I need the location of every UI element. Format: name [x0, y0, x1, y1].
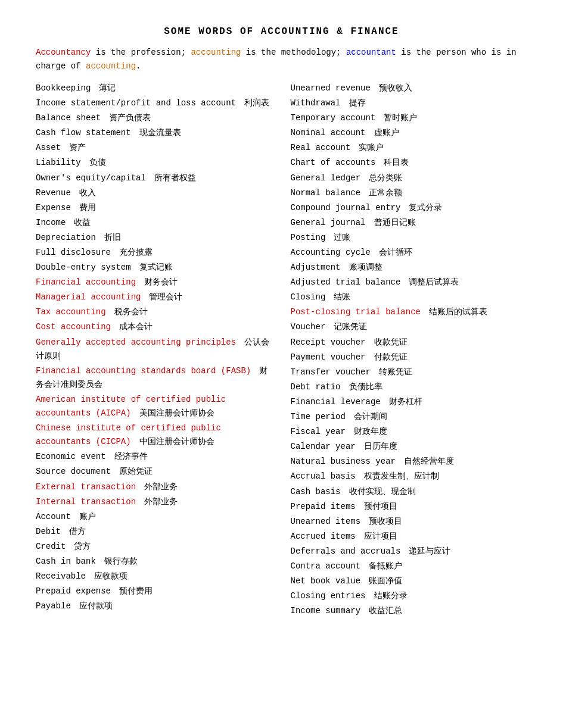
glossary-chi: 薄记 [91, 83, 116, 93]
glossary-item: Post-closing trial balance 结账后的试算表 [291, 305, 528, 320]
glossary-item: Owner's equity/capital 所有者权益 [36, 171, 273, 186]
glossary-item: Income 收益 [36, 215, 273, 230]
glossary-chi: 美国注册会计师协会 [131, 408, 214, 418]
glossary-eng: Unearned items [291, 517, 361, 526]
glossary-chi: 调整后试算表 [400, 277, 459, 287]
glossary-eng: Temporary account [291, 113, 376, 123]
glossary-eng: Balance sheet [36, 113, 101, 123]
glossary-item: Real account 实账户 [291, 140, 528, 155]
glossary-chi: 暂时账户 [375, 113, 417, 123]
glossary-eng: Withdrawal [291, 98, 341, 108]
glossary-chi: 负债 [81, 158, 106, 167]
glossary-chi: 财政年度 [346, 427, 387, 436]
glossary-eng: Deferrals and accruals [291, 546, 401, 556]
glossary-item: Adjusted trial balance 调整后试算表 [291, 275, 528, 290]
page-title: SOME WORDS OF ACCOUNTING & FINANCE [36, 24, 527, 40]
glossary-eng: General journal [291, 218, 366, 227]
glossary-chi: 外部业务 [136, 497, 178, 507]
glossary-chi: 现金流量表 [131, 128, 181, 138]
glossary-item: Financial accounting standards board (FA… [36, 364, 273, 392]
glossary-eng: Posting [291, 233, 326, 242]
glossary-eng: Receivable [36, 571, 86, 581]
glossary-chi: 总分类账 [360, 173, 402, 183]
glossary-chi: 中国注册会计师协会 [131, 437, 214, 446]
glossary-chi: 财务会计 [136, 277, 178, 287]
intro-text2: is the methodology; [241, 48, 346, 57]
glossary-item: Natural business year 自然经营年度 [291, 454, 528, 469]
glossary-eng: Cash flow statement [36, 128, 131, 138]
glossary-item: Revenue 收入 [36, 186, 273, 201]
glossary-chi: 预收项目 [360, 517, 402, 526]
glossary-eng: Fiscal year [291, 427, 346, 436]
glossary-chi: 账户 [71, 512, 96, 521]
intro-accounting1: accounting [191, 48, 241, 57]
glossary-eng: Cash in bank [36, 557, 96, 566]
glossary-item: Generally accepted accounting principles… [36, 335, 273, 364]
glossary-chi: 利润表 [236, 98, 269, 108]
glossary-eng: Calendar year [291, 442, 356, 451]
glossary-chi: 日历年度 [356, 442, 397, 451]
glossary-item: Payable 应付款项 [36, 599, 273, 614]
glossary-item: Adjustment 账项调整 [291, 260, 528, 275]
glossary-chi: 付款凭证 [366, 352, 408, 362]
glossary-item: External transaction 外部业务 [36, 480, 273, 495]
glossary-chi: 经济事件 [106, 452, 148, 461]
glossary-item: Payment voucher 付款凭证 [291, 350, 528, 365]
glossary-item: Accrual basis 权责发生制、应计制 [291, 469, 528, 484]
glossary-item: Liability 负债 [36, 155, 273, 170]
glossary-item: Managerial accounting 管理会计 [36, 290, 273, 305]
glossary-item: Depreciation 折旧 [36, 230, 273, 245]
glossary-eng: Payment voucher [291, 352, 366, 362]
glossary-item: Compound journal entry 复式分录 [291, 201, 528, 215]
glossary-chi: 实账户 [350, 143, 384, 152]
glossary-item: Chart of accounts 科目表 [291, 155, 528, 170]
glossary-eng: Post-closing trial balance [291, 307, 421, 317]
glossary-chi: 过账 [325, 233, 350, 242]
glossary-chi: 折旧 [96, 233, 121, 242]
glossary-chi: 资产 [61, 143, 86, 152]
glossary-chi: 预付项目 [356, 502, 397, 511]
glossary-chi: 会计循环 [371, 248, 412, 257]
glossary-chi: 税务会计 [106, 307, 148, 317]
glossary-chi: 外部业务 [136, 482, 178, 492]
glossary-chi: 科目表 [375, 158, 409, 167]
intro-end: . [136, 61, 141, 71]
glossary-item: Balance sheet 资产负债表 [36, 111, 273, 126]
intro-accounting2: accounting [86, 61, 136, 71]
glossary-eng: Prepaid expense [36, 586, 111, 596]
intro-paragraph: Accountancy is the profession; accountin… [36, 46, 527, 73]
glossary-chi: 充分披露 [111, 248, 153, 257]
glossary-item: Closing 结账 [291, 290, 528, 305]
glossary-eng: Cost accounting [36, 322, 111, 332]
glossary-chi: 原始凭证 [111, 467, 153, 476]
glossary-eng: Closing entries [291, 591, 366, 601]
glossary-eng: Asset [36, 143, 61, 152]
glossary-eng: Nominal account [291, 128, 366, 138]
glossary-eng: Financial leverage [291, 397, 381, 407]
glossary-chi: 复式分录 [400, 203, 442, 213]
glossary-item: Posting 过账 [291, 230, 528, 245]
glossary-eng: Adjustment [291, 263, 341, 272]
glossary-eng: Time period [291, 412, 346, 421]
glossary-item: American institute of certified public a… [36, 392, 273, 421]
glossary-eng: Contra account [291, 561, 361, 571]
glossary-chi: 所有者权益 [146, 173, 196, 183]
glossary-item: Calendar year 日历年度 [291, 439, 528, 454]
intro-text1: is the profession; [91, 48, 191, 57]
glossary-item: Voucher 记账凭证 [291, 320, 528, 335]
glossary-chi: 提存 [341, 98, 366, 108]
glossary-eng: Double-entry system [36, 263, 131, 272]
glossary-chi: 收益汇总 [360, 606, 402, 615]
glossary-chi: 账项调整 [341, 263, 382, 272]
glossary-eng: External transaction [36, 482, 136, 492]
glossary-chi: 资产负债表 [101, 113, 151, 123]
glossary-item: Source document 原始凭证 [36, 464, 273, 479]
glossary-chi: 备抵账户 [360, 561, 402, 571]
glossary-chi: 结账 [325, 292, 350, 302]
glossary-eng: Owner's equity/capital [36, 173, 146, 183]
glossary-item: Accounting cycle 会计循环 [291, 245, 528, 260]
glossary-item: General journal 普通日记账 [291, 215, 528, 230]
glossary-chi: 成本会计 [111, 322, 153, 332]
glossary-item: Cost accounting 成本会计 [36, 320, 273, 335]
glossary-eng: Tax accounting [36, 307, 106, 317]
